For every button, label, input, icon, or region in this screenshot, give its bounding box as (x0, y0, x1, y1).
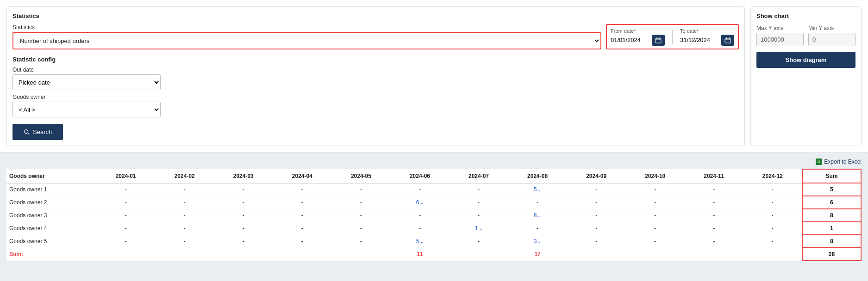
statistics-select[interactable]: Number of shipped orders Number of recei… (12, 32, 601, 49)
table-row: Goods owner 4------1⌄-----1 (6, 222, 861, 235)
cell-r2-m4: - (331, 209, 390, 222)
chevron-icon: ⌄ (479, 226, 482, 231)
cell-r3-m11: - (743, 222, 802, 235)
table-row: Goods owner 1-------5⌄----5 (6, 183, 861, 196)
cell-r2-m11: - (743, 209, 802, 222)
svg-point-8 (25, 129, 28, 133)
sum-cell-m10 (685, 248, 743, 261)
calendar-icon (655, 37, 662, 43)
th-2024-01: 2024-01 (96, 169, 155, 183)
sum-cell-m0 (96, 248, 155, 261)
cell-r2-m1: - (155, 209, 214, 222)
cell-r2-m8: - (567, 209, 626, 222)
min-y-input[interactable] (808, 33, 856, 46)
cell-r3-m5: - (390, 222, 449, 235)
out-date-select[interactable]: Picked date Shipped date Confirmed date (12, 74, 161, 90)
cell-r2-m10: - (685, 209, 743, 222)
th-2024-07: 2024-07 (450, 169, 508, 183)
search-button-label: Search (33, 128, 52, 135)
cell-goods-owner: Goods owner 4 (6, 222, 96, 235)
cell-sum: 8 (802, 235, 861, 248)
cell-r2-m6: - (450, 209, 508, 222)
sum-cell-m5: 11 (390, 248, 449, 261)
sum-cell-m8 (567, 248, 626, 261)
excel-icon: ✕ (816, 159, 822, 165)
cell-r0-m2: - (214, 183, 273, 196)
from-date-input[interactable] (611, 37, 650, 43)
statistic-config-title: Statistic config (12, 56, 739, 63)
cell-r0-m6: - (450, 183, 508, 196)
cell-r4-m5[interactable]: 5⌄ (390, 235, 449, 248)
cell-sum: 1 (802, 222, 861, 235)
export-excel-button[interactable]: ✕ Export to Excel (816, 159, 862, 165)
chart-panel-title: Show chart (756, 12, 856, 19)
to-date-input[interactable] (680, 37, 719, 43)
th-2024-10: 2024-10 (626, 169, 685, 183)
table-row: Goods owner 3-------8⌄----8 (6, 209, 861, 222)
chevron-icon: ⌄ (537, 213, 541, 218)
min-y-label: Min Y axis (808, 25, 856, 31)
cell-r2-m3: - (273, 209, 331, 222)
goods-owner-row: Goods owner < All > Goods owner 1 Goods … (12, 94, 739, 117)
th-2024-05: 2024-05 (331, 169, 390, 183)
date-divider (672, 30, 673, 44)
chevron-icon: ⌄ (537, 187, 541, 192)
sum-cell-m4 (331, 248, 390, 261)
clickable-value[interactable]: 3⌄ (511, 238, 564, 244)
th-goods-owner: Goods owner (6, 169, 96, 183)
min-y-field: Min Y axis (808, 25, 856, 46)
cell-r2-m0: - (96, 209, 155, 222)
th-2024-04: 2024-04 (273, 169, 331, 183)
cell-r1-m2: - (214, 196, 273, 209)
statistics-header: Statistics (12, 12, 739, 19)
th-2024-02: 2024-02 (155, 169, 214, 183)
from-date-input-row (611, 35, 665, 46)
cell-r0-m8: - (567, 183, 626, 196)
cell-r4-m9: - (626, 235, 685, 248)
goods-owner-label: Goods owner (12, 94, 739, 100)
show-diagram-button[interactable]: Show diagram (756, 52, 856, 68)
cell-sum: 8 (802, 209, 861, 222)
cell-r2-m7[interactable]: 8⌄ (508, 209, 567, 222)
chevron-icon: ⌄ (420, 200, 424, 205)
sum-total-cell: 28 (802, 248, 861, 261)
sum-cell-m3 (273, 248, 331, 261)
cell-r1-m8: - (567, 196, 626, 209)
cell-r2-m2: - (214, 209, 273, 222)
clickable-value[interactable]: 5⌄ (511, 186, 564, 193)
max-y-input[interactable] (756, 33, 804, 46)
max-y-label: Max Y axis (756, 25, 804, 31)
cell-goods-owner: Goods owner 1 (6, 183, 96, 196)
to-date-calendar-btn[interactable] (721, 35, 734, 46)
cell-r1-m10: - (685, 196, 743, 209)
chart-panel: Show chart Max Y axis Min Y axis Show di… (750, 6, 862, 146)
bottom-section: ✕ Export to Excel Goods owner 2024-01 20… (0, 153, 868, 267)
sum-cell-m11 (743, 248, 802, 261)
cell-r2-m5: - (390, 209, 449, 222)
cell-r4-m1: - (155, 235, 214, 248)
cell-r4-m3: - (273, 235, 331, 248)
cell-r3-m3: - (273, 222, 331, 235)
from-date-calendar-btn[interactable] (652, 35, 665, 46)
cell-r3-m6[interactable]: 1⌄ (450, 222, 508, 235)
cell-r1-m0: - (96, 196, 155, 209)
cell-r4-m0: - (96, 235, 155, 248)
statistics-field-group: Statistics Number of shipped orders Numb… (12, 24, 601, 49)
table-header-row: Goods owner 2024-01 2024-02 2024-03 2024… (6, 169, 861, 183)
clickable-value[interactable]: 8⌄ (511, 212, 564, 219)
clickable-value[interactable]: 5⌄ (393, 238, 446, 244)
goods-owner-select[interactable]: < All > Goods owner 1 Goods owner 2 Good… (12, 102, 161, 117)
cell-r0-m5: - (390, 183, 449, 196)
cell-r4-m6: - (450, 235, 508, 248)
clickable-value[interactable]: 1⌄ (452, 225, 506, 232)
cell-sum: 6 (802, 196, 861, 209)
cell-r3-m1: - (155, 222, 214, 235)
cell-r1-m5[interactable]: 6⌄ (390, 196, 449, 209)
cell-r4-m4: - (331, 235, 390, 248)
from-date-label: From date* (611, 28, 665, 34)
search-button[interactable]: Search (12, 124, 63, 140)
clickable-value[interactable]: 6⌄ (393, 199, 446, 206)
cell-r4-m7[interactable]: 3⌄ (508, 235, 567, 248)
cell-r0-m7[interactable]: 5⌄ (508, 183, 567, 196)
cell-goods-owner: Goods owner 3 (6, 209, 96, 222)
